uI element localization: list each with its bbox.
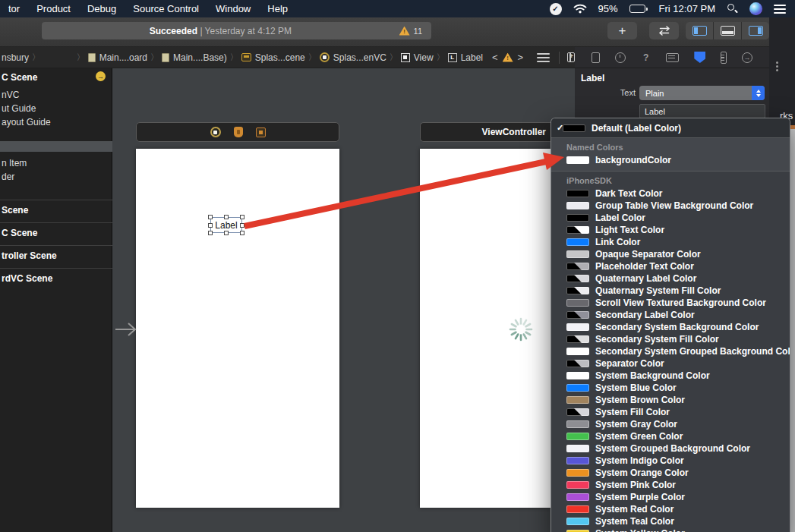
color-menu-item[interactable]: Group Table View Background Color (551, 200, 790, 212)
color-menu-item[interactable]: System Pink Color (551, 479, 790, 491)
library-add-button[interactable]: + (607, 22, 637, 39)
connections-inspector-icon[interactable]: → (742, 52, 752, 63)
goto-scene-icon[interactable]: → (96, 71, 106, 81)
file-inspector-icon[interactable] (592, 52, 600, 63)
resize-handle[interactable] (224, 231, 229, 235)
crumb-view[interactable]: View (401, 52, 434, 63)
color-menu-item[interactable]: Secondary System Fill Color (551, 333, 790, 345)
outline-item[interactable]: der (2, 172, 14, 183)
color-menu-item[interactable]: Dark Text Color (551, 187, 790, 200)
outline-item-selected[interactable] (0, 141, 112, 152)
color-menu-item[interactable]: System Teal Color (551, 515, 790, 527)
siri-icon[interactable] (749, 2, 762, 15)
color-menu-item[interactable]: Light Text Color (551, 224, 790, 236)
label-text-field[interactable] (639, 104, 765, 118)
resize-handle[interactable] (208, 215, 213, 219)
color-menu-item[interactable]: Opaque Separator Color (551, 248, 790, 260)
color-menu-item[interactable]: System Red Color (551, 503, 790, 515)
outline-scene-header[interactable]: C Scene (2, 228, 37, 239)
color-menu-item[interactable]: System Background Color (551, 370, 790, 382)
add-editor-icon[interactable]: + (567, 52, 575, 62)
toggle-navigator-button[interactable] (686, 22, 714, 39)
resize-handle[interactable] (224, 215, 229, 219)
first-responder-icon[interactable] (234, 127, 243, 137)
check-circle-icon[interactable]: ✓ (550, 3, 562, 15)
list-view-icon[interactable] (537, 53, 550, 62)
color-menu-item[interactable]: Secondary Label Color (551, 309, 790, 321)
text-style-popup[interactable]: Plain (639, 86, 765, 100)
wifi-icon[interactable] (573, 4, 587, 14)
attributes-inspector-icon[interactable] (694, 52, 705, 63)
outline-item[interactable]: nVC (2, 90, 19, 101)
color-menu-item[interactable]: System Indigo Color (551, 455, 790, 467)
crumb-scene[interactable]: Splas...cene (241, 52, 305, 63)
color-menu-item[interactable]: backgroundColor (551, 154, 790, 166)
color-menu-item[interactable]: System Grouped Background Color (551, 442, 790, 455)
color-menu-item[interactable]: System Orange Color (551, 467, 790, 479)
warning-counter[interactable]: ! 11 (399, 27, 431, 36)
resize-handle[interactable] (208, 231, 213, 235)
color-menu-item[interactable]: Secondary System Background Color (551, 321, 790, 333)
toggle-inspector-button[interactable] (742, 22, 769, 39)
toggle-debug-area-button[interactable] (714, 22, 742, 39)
resize-handle[interactable] (208, 223, 213, 228)
warning-icon: ! (399, 27, 410, 36)
menu-bar-item[interactable]: Window (207, 3, 259, 14)
menu-bar-item[interactable]: tor (0, 3, 28, 14)
outline-scene-header[interactable]: troller Scene (2, 250, 57, 262)
color-menu-item[interactable]: Separator Color (551, 357, 790, 370)
crumb-label-element[interactable]: L Label (448, 52, 483, 63)
spotlight-search-icon[interactable] (727, 3, 738, 14)
outline-scene-header[interactable]: C Scene (2, 72, 93, 83)
storyboard-entry-arrow[interactable] (114, 321, 140, 338)
color-menu-default-item[interactable]: ✓ Default (Label Color) (551, 118, 790, 137)
menu-bar-item[interactable]: Help (259, 3, 296, 14)
crumb-storyboard-file[interactable]: Main....oard (88, 52, 147, 63)
color-menu-item[interactable]: Quaternary System Fill Color (551, 285, 790, 297)
warning-icon[interactable]: ! (503, 53, 513, 62)
view-controller-dock-icon[interactable] (210, 127, 221, 137)
selected-label-element[interactable]: Label (210, 217, 242, 233)
outline-scene-header[interactable]: Scene (2, 205, 28, 216)
outline-item[interactable]: ayout Guide (2, 117, 51, 128)
menu-bar-item[interactable]: Product (28, 3, 79, 14)
outline-item[interactable]: n Item (2, 158, 27, 169)
color-menu-item[interactable]: Label Color (551, 212, 790, 224)
back-arrow[interactable]: < (492, 52, 498, 63)
color-menu-item[interactable]: System Yellow Color (551, 527, 790, 532)
help-inspector-icon[interactable]: ? (641, 52, 651, 63)
activity-viewer[interactable]: Succeeded | Yesterday at 4:12 PM ! 11 (42, 22, 431, 39)
color-menu-item[interactable]: Link Color (551, 236, 790, 248)
exit-segue-icon[interactable] (256, 127, 266, 137)
menu-bar-clock[interactable]: Fri 12:07 PM (659, 3, 715, 14)
view-controller-sheet[interactable] (136, 149, 339, 508)
size-inspector-icon[interactable] (721, 52, 727, 64)
color-menu-item[interactable]: System Fill Color (551, 406, 790, 418)
color-menu-item[interactable]: Secondary System Grouped Background Colo… (551, 345, 790, 357)
chevron-icon: 〉 (74, 52, 88, 63)
color-menu-item[interactable]: Quaternary Label Color (551, 272, 790, 285)
resize-handle[interactable] (240, 223, 244, 228)
crumb-storyboard-base[interactable]: Main....Base) (162, 52, 227, 63)
color-menu-item[interactable]: Placeholder Text Color (551, 260, 790, 272)
color-menu-item[interactable]: Scroll View Textured Background Color (551, 297, 790, 309)
color-menu-item[interactable]: System Brown Color (551, 394, 790, 406)
resize-handle[interactable] (240, 215, 244, 219)
resize-handle[interactable] (240, 231, 244, 235)
outline-scene-header[interactable]: rdVC Scene (2, 273, 52, 285)
forward-arrow[interactable]: > (518, 52, 524, 63)
crumb-project[interactable]: nsbury (0, 52, 29, 63)
color-menu-item[interactable]: System Gray Color (551, 418, 790, 430)
menu-bar-item[interactable]: Source Control (125, 3, 207, 14)
history-inspector-icon[interactable] (615, 52, 626, 63)
identity-inspector-icon[interactable] (666, 53, 679, 62)
color-menu-item[interactable]: System Green Color (551, 430, 790, 442)
vertical-ellipsis-icon[interactable] (776, 61, 778, 71)
color-menu-item[interactable]: System Blue Color (551, 382, 790, 394)
menu-bar-item[interactable]: Debug (79, 3, 125, 14)
outline-item[interactable]: ut Guide (2, 103, 36, 115)
color-menu-item[interactable]: System Purple Color (551, 491, 790, 503)
editor-mode-button[interactable] (649, 22, 679, 39)
notification-center-icon[interactable] (774, 5, 786, 14)
crumb-view-controller[interactable]: Splas...enVC (320, 52, 386, 63)
